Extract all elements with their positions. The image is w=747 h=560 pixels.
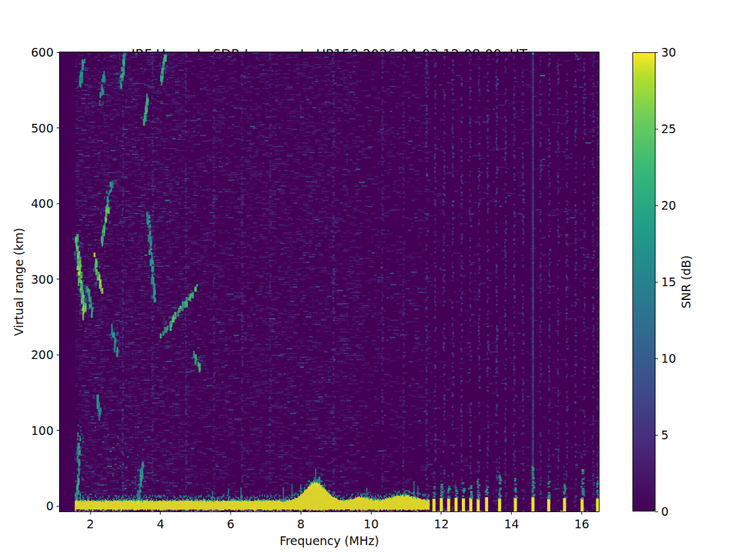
y-tick-label: 500 <box>20 121 54 135</box>
y-tick-mark <box>57 128 59 128</box>
colorbar-tick-mark <box>655 282 658 282</box>
colorbar-label: SNR (dB) <box>679 255 693 308</box>
x-tick-mark <box>581 512 582 515</box>
x-tick-label: 8 <box>297 517 304 531</box>
colorbar-tick-mark <box>655 358 658 359</box>
x-tick-mark <box>441 512 441 515</box>
ionogram-figure: IRF Uppsala SDR Ionosonde UP158 2026-04-… <box>0 0 747 560</box>
y-tick-label: 600 <box>20 45 54 59</box>
colorbar-tick-label: 10 <box>661 352 676 365</box>
colorbar-tick-label: 20 <box>661 198 676 212</box>
y-tick-mark <box>57 430 59 431</box>
colorbar <box>632 52 655 511</box>
y-tick-mark <box>57 506 59 506</box>
x-tick-mark <box>301 512 301 515</box>
x-tick-label: 4 <box>157 517 164 531</box>
x-axis-label: Frequency (MHz) <box>60 534 599 548</box>
x-tick-mark <box>160 512 161 515</box>
y-tick-mark <box>57 279 59 279</box>
x-tick-label: 14 <box>504 517 519 531</box>
ionogram-heatmap <box>60 52 599 511</box>
colorbar-tick-mark <box>655 129 658 129</box>
x-tick-label: 6 <box>227 517 235 531</box>
colorbar-tick-label: 25 <box>661 122 676 136</box>
y-tick-label: 400 <box>20 197 54 210</box>
y-tick-label: 100 <box>20 424 54 437</box>
x-tick-label: 2 <box>87 517 94 531</box>
colorbar-tick-label: 15 <box>661 275 676 289</box>
x-tick-mark <box>90 512 91 515</box>
y-tick-label: 0 <box>20 499 54 513</box>
x-tick-mark <box>230 512 231 515</box>
x-tick-label: 10 <box>364 517 378 531</box>
x-tick-label: 16 <box>574 517 589 531</box>
colorbar-tick-mark <box>655 435 658 436</box>
y-tick-mark <box>57 203 59 204</box>
y-tick-mark <box>57 355 59 355</box>
colorbar-tick-label: 0 <box>661 505 669 518</box>
colorbar-tick-label: 5 <box>661 428 669 442</box>
x-tick-label: 12 <box>434 517 449 531</box>
x-tick-mark <box>371 512 372 515</box>
colorbar-tick-mark <box>655 205 658 206</box>
colorbar-tick-label: 30 <box>661 45 676 59</box>
colorbar-tick-mark <box>655 511 658 512</box>
y-tick-label: 200 <box>20 348 54 362</box>
x-tick-mark <box>511 512 512 515</box>
y-axis-label: Virtual range (km) <box>12 228 26 336</box>
y-tick-mark <box>57 52 59 53</box>
colorbar-tick-mark <box>655 52 658 53</box>
